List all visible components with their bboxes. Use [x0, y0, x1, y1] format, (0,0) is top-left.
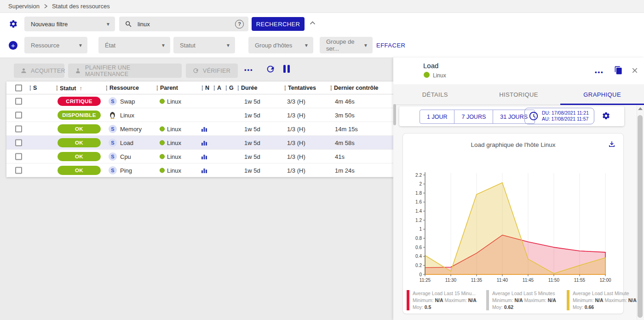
row-checkbox[interactable]: [15, 111, 22, 118]
svg-text:11:25: 11:25: [420, 278, 431, 283]
pause-autorefresh-icon[interactable]: [283, 65, 290, 73]
graph-available-icon[interactable]: [201, 126, 207, 132]
svg-text:11:35: 11:35: [471, 278, 483, 283]
refresh-list-icon[interactable]: [265, 64, 276, 74]
table-row-load[interactable]: OKSLoadLinux1w 5d1/3 (H)4m 58s: [6, 136, 393, 150]
drag-handle-icon[interactable]: ⋮: [54, 85, 60, 91]
parent-name[interactable]: Linux: [167, 153, 181, 160]
column-header-ressource[interactable]: Ressource: [109, 85, 139, 91]
legend-item-1[interactable]: Average Load Last 5 MinutesMinimum: N/A …: [486, 290, 556, 311]
parent-name[interactable]: Linux: [167, 125, 181, 132]
column-header-g[interactable]: G: [229, 85, 234, 91]
resource-name[interactable]: Memory: [120, 125, 142, 132]
tab-graphique[interactable]: GRAPHIQUE: [560, 84, 644, 105]
parent-name[interactable]: Linux: [167, 139, 181, 146]
close-panel-icon[interactable]: [631, 66, 639, 75]
resource-name[interactable]: Linux: [120, 111, 134, 118]
criteria-select-group-d-h-tes[interactable]: Group d'hôtes▼: [248, 37, 313, 53]
legend-item-2[interactable]: Average Load Last MinuteMinimum: N/A Max…: [567, 290, 637, 311]
parent-name[interactable]: Linux: [167, 98, 181, 105]
legend-color-swatch: [486, 290, 489, 310]
row-checkbox[interactable]: [15, 125, 22, 132]
time-range-card: 1 JOUR7 JOURS31 JOURS DU: 17/08/2021 11:…: [399, 106, 624, 126]
column-header-parent[interactable]: Parent: [160, 85, 178, 91]
row-checkbox[interactable]: [15, 167, 22, 174]
graph-available-icon[interactable]: [201, 167, 207, 174]
collapse-filters-chevron-up-icon[interactable]: [309, 20, 316, 26]
range-button-1-jour[interactable]: 1 JOUR: [420, 110, 454, 123]
table-row-ping[interactable]: OKSPingLinux1w 5d1/3 (H)1m 24s: [6, 163, 393, 177]
graph-settings-gear-icon[interactable]: [602, 111, 610, 120]
add-criteria-button[interactable]: +: [9, 41, 17, 50]
graph-available-icon[interactable]: [201, 153, 207, 160]
time-range-group: 1 JOUR7 JOURS31 JOURS: [420, 110, 535, 124]
resource-name[interactable]: Ping: [120, 167, 132, 174]
breadcrumb-resource-status[interactable]: Statut des ressources: [52, 3, 110, 10]
drag-handle-icon[interactable]: ⋮: [212, 85, 217, 91]
search-input[interactable]: [137, 20, 231, 28]
copy-link-icon[interactable]: [614, 66, 623, 75]
saved-filter-select[interactable]: Nouveau filtre ▼: [24, 17, 115, 31]
panel-more-icon[interactable]: •••: [595, 69, 604, 76]
table-row-swap[interactable]: CRITIQUESSwapLinux1w 5d3/3 (H)4m 46s: [6, 94, 393, 108]
row-checkbox[interactable]: [15, 98, 22, 105]
resource-list-area: ACQUITTER PLANIFIER UNE MAINTENANCE VÉRI…: [0, 58, 393, 320]
drag-handle-icon[interactable]: ⋮: [236, 85, 241, 91]
drag-handle-icon[interactable]: ⋮: [104, 85, 109, 91]
drag-handle-icon[interactable]: ⋮: [28, 85, 33, 91]
column-header-tentatives[interactable]: Tentatives: [288, 85, 316, 91]
drag-handle-icon[interactable]: ⋮: [328, 85, 334, 91]
search-button[interactable]: RECHERCHER: [252, 17, 305, 31]
breadcrumb-supervision[interactable]: Supervision: [8, 3, 40, 10]
list-scrollbar-thumb[interactable]: [393, 104, 396, 125]
drag-handle-icon[interactable]: ⋮: [155, 85, 160, 91]
table-row-memory[interactable]: OKSMemoryLinux1w 5d1/3 (H)14m 15s: [6, 122, 393, 136]
parent-name[interactable]: Linux: [167, 167, 181, 174]
table-row-linux[interactable]: DISPONIBLELinux1w 5d1/3 (H)3m 50s: [6, 108, 393, 122]
range-button-7-jours[interactable]: 7 JOURS: [454, 110, 493, 123]
row-checkbox[interactable]: [15, 153, 22, 160]
drag-handle-icon[interactable]: ⋮: [200, 85, 205, 91]
criteria-select-groupe-de-ser[interactable]: Groupe de ser...▼: [320, 37, 373, 53]
row-checkbox[interactable]: [15, 139, 22, 146]
resource-name[interactable]: Load: [120, 139, 133, 146]
set-downtime-button[interactable]: PLANIFIER UNE MAINTENANCE: [68, 64, 182, 78]
column-header-a[interactable]: A: [217, 85, 221, 91]
scroll-up-arrow-icon[interactable]: [638, 107, 643, 110]
acknowledge-button[interactable]: ACQUITTER: [14, 64, 64, 78]
criteria-select-statut[interactable]: Statut▼: [173, 37, 235, 53]
table-row-cpu[interactable]: OKSCpuLinux1w 5d1/3 (H)41s: [6, 150, 393, 163]
column-header-n[interactable]: N: [205, 85, 209, 91]
svg-text:0.2: 0.2: [415, 263, 422, 268]
tries-cell: 1/3 (H): [287, 125, 305, 132]
criteria-select-tat[interactable]: État▼: [98, 37, 170, 53]
tab-dtails[interactable]: DÉTAILS: [393, 84, 477, 105]
criteria-select-ressource[interactable]: Ressource▼: [24, 37, 87, 53]
clear-filters-link[interactable]: EFFACER: [376, 42, 405, 49]
drag-handle-icon[interactable]: ⋮: [224, 85, 229, 91]
svg-text:2: 2: [419, 181, 422, 186]
service-icon: S: [109, 125, 117, 133]
legend-item-0[interactable]: Average Load Last 15 Minu...Minimum: N/A…: [407, 290, 477, 311]
download-icon[interactable]: [608, 140, 616, 148]
duration-cell: 1w 5d: [244, 153, 260, 160]
column-header-statut[interactable]: Statut↑: [60, 84, 82, 91]
drag-handle-icon[interactable]: ⋮: [282, 85, 288, 91]
resource-details-panel: OK Load Linux ••• DÉTAILSHISTORIQUEGRAPH…: [393, 58, 644, 320]
column-header-s[interactable]: S: [33, 85, 37, 91]
resource-name[interactable]: Swap: [120, 98, 135, 105]
column-header-dernier-contr-le[interactable]: Dernier contrôle: [334, 85, 379, 91]
column-header-dur-e[interactable]: Durée: [241, 85, 257, 91]
resource-name[interactable]: Cpu: [120, 153, 131, 160]
tab-historique[interactable]: HISTORIQUE: [477, 84, 561, 105]
date-range-picker[interactable]: DU: 17/08/2021 11:21 AU: 17/08/2021 11:5…: [524, 108, 594, 124]
check-button[interactable]: VÉRIFIER: [186, 64, 238, 78]
chevron-down-icon: ▼: [106, 22, 110, 27]
select-all-checkbox[interactable]: [15, 84, 22, 91]
filter-settings-gear-icon[interactable]: [9, 19, 18, 29]
search-help-icon[interactable]: ?: [235, 20, 244, 29]
more-actions-icon[interactable]: •••: [244, 66, 253, 73]
graph-available-icon[interactable]: [201, 140, 207, 146]
last-check-cell: 1m 24s: [335, 167, 355, 174]
panel-scrollbar-thumb[interactable]: [638, 115, 643, 318]
